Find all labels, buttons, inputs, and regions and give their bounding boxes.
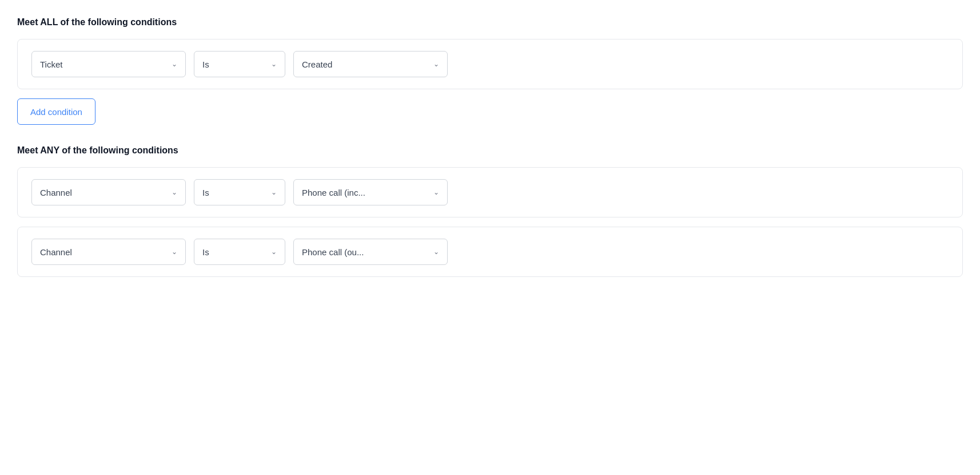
any-conditions-row-1: Channel ⌄ Is ⌄ Phone call (inc... ⌄ <box>31 179 949 205</box>
any-value-label-1: Phone call (inc... <box>302 188 365 197</box>
all-operator-dropdown[interactable]: Is ⌄ <box>194 51 285 77</box>
any-field-label-1: Channel <box>40 188 72 197</box>
chevron-down-icon: ⌄ <box>172 60 177 68</box>
any-operator-dropdown-1[interactable]: Is ⌄ <box>194 179 285 205</box>
any-field-dropdown-2[interactable]: Channel ⌄ <box>31 239 186 265</box>
chevron-down-icon: ⌄ <box>172 188 177 196</box>
all-value-label: Created <box>302 60 332 69</box>
any-operator-label-2: Is <box>202 247 209 257</box>
any-value-label-2: Phone call (ou... <box>302 247 364 257</box>
all-operator-label: Is <box>202 60 209 69</box>
add-condition-button[interactable]: Add condition <box>17 98 95 125</box>
any-value-dropdown-1[interactable]: Phone call (inc... ⌄ <box>293 179 448 205</box>
any-field-label-2: Channel <box>40 247 72 257</box>
chevron-down-icon: ⌄ <box>271 248 277 256</box>
all-conditions-section: Meet ALL of the following conditions Tic… <box>17 17 963 145</box>
any-field-dropdown-1[interactable]: Channel ⌄ <box>31 179 186 205</box>
chevron-down-icon: ⌄ <box>433 188 439 196</box>
any-conditions-group-2: Channel ⌄ Is ⌄ Phone call (ou... ⌄ <box>17 227 963 277</box>
chevron-down-icon: ⌄ <box>433 60 439 68</box>
any-conditions-group-1: Channel ⌄ Is ⌄ Phone call (inc... ⌄ <box>17 167 963 217</box>
chevron-down-icon: ⌄ <box>172 248 177 256</box>
all-field-label: Ticket <box>40 60 62 69</box>
all-value-dropdown[interactable]: Created ⌄ <box>293 51 448 77</box>
add-condition-label: Add condition <box>30 107 82 117</box>
any-operator-label-1: Is <box>202 188 209 197</box>
chevron-down-icon: ⌄ <box>271 188 277 196</box>
any-conditions-row-2: Channel ⌄ Is ⌄ Phone call (ou... ⌄ <box>31 239 949 265</box>
all-field-dropdown[interactable]: Ticket ⌄ <box>31 51 186 77</box>
all-conditions-row: Ticket ⌄ Is ⌄ Created ⌄ <box>31 51 949 77</box>
any-conditions-title: Meet ANY of the following conditions <box>17 145 963 156</box>
all-conditions-group: Ticket ⌄ Is ⌄ Created ⌄ <box>17 39 963 89</box>
chevron-down-icon: ⌄ <box>271 60 277 68</box>
any-conditions-section: Meet ANY of the following conditions Cha… <box>17 145 963 277</box>
all-conditions-title: Meet ALL of the following conditions <box>17 17 963 27</box>
any-operator-dropdown-2[interactable]: Is ⌄ <box>194 239 285 265</box>
chevron-down-icon: ⌄ <box>433 248 439 256</box>
any-value-dropdown-2[interactable]: Phone call (ou... ⌄ <box>293 239 448 265</box>
